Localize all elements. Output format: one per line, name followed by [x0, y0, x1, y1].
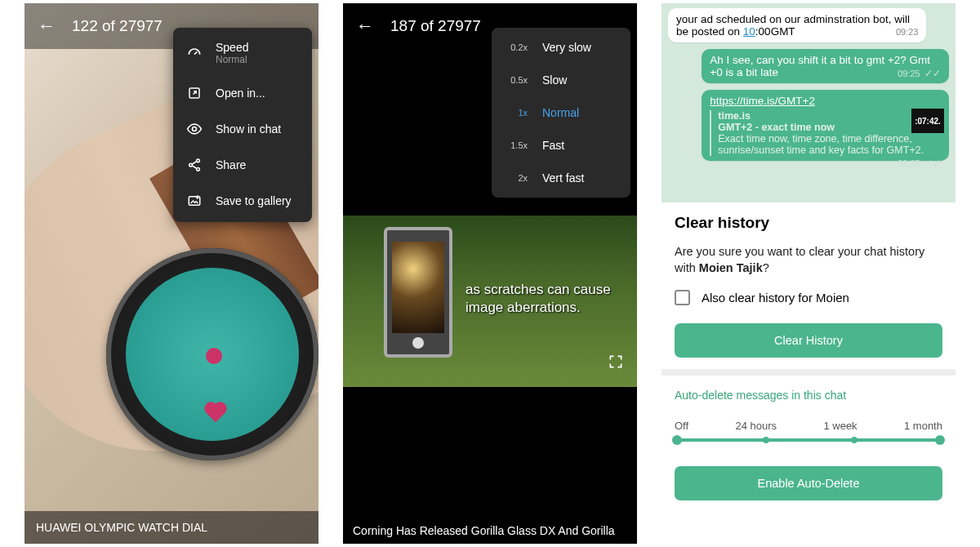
autodelete-slider[interactable]	[675, 438, 942, 442]
video-frame[interactable]: as scratches can cause image aberrations…	[343, 216, 637, 387]
image-download-icon	[186, 193, 203, 209]
media-caption: Corning Has Released Gorilla Glass DX An…	[343, 518, 637, 544]
speed-option-slow[interactable]: 0.5x Slow	[492, 64, 630, 96]
double-check-icon: ✓✓	[922, 158, 941, 169]
screenshot-3-clear-history: your ad scheduled on our adminstration b…	[662, 3, 956, 544]
speed-option-very-fast[interactable]: 2x Vert fast	[492, 162, 630, 194]
media-caption: HUAWEI OLYMPIC WATCH DIAL	[24, 511, 318, 544]
preview-thumbnail: :07:42.	[911, 109, 944, 133]
menu-open-in[interactable]: Open in...	[173, 75, 312, 111]
menu-speed-sub: Normal	[216, 54, 248, 65]
outgoing-message-2[interactable]: https://time.is/GMT+2 :07:42. time.is GM…	[702, 90, 949, 161]
speed-menu: 0.2x Very slow 0.5x Slow 1x Normal 1.5x …	[492, 28, 630, 198]
chat-area: your ad scheduled on our adminstration b…	[662, 3, 956, 202]
speed-mult: 2x	[503, 173, 528, 183]
sheet-question: Are you sure you want to clear your chat…	[675, 243, 942, 277]
slider-labels: Off 24 hours 1 week 1 month	[675, 420, 942, 432]
checkbox-label: Also clear history for Moien	[702, 291, 849, 305]
speed-label: Slow	[542, 73, 567, 87]
back-arrow-icon[interactable]: ←	[38, 16, 56, 37]
slider-end-dot	[935, 435, 945, 445]
slider-tick	[763, 437, 769, 443]
message-time: 09:25 ✓✓	[898, 158, 941, 169]
speed-option-very-slow[interactable]: 0.2x Very slow	[492, 31, 630, 64]
menu-show-in-chat[interactable]: Show in chat	[173, 111, 312, 147]
phone-home-button	[412, 337, 424, 349]
enable-autodelete-button[interactable]: Enable Auto-Delete	[675, 466, 942, 500]
speed-mult: 1.5x	[503, 140, 528, 150]
speedometer-icon	[186, 45, 203, 61]
message-time: 09:23	[896, 27, 919, 37]
slider-label-1week: 1 week	[823, 420, 857, 432]
menu-save-gallery[interactable]: Save to gallery	[173, 183, 312, 219]
media-counter: 122 of 27977	[72, 17, 163, 35]
eye-icon	[186, 121, 203, 137]
share-icon	[186, 157, 203, 173]
speed-option-normal[interactable]: 1x Normal	[492, 96, 630, 129]
autodelete-title: Auto-delete messages in this chat	[675, 389, 942, 402]
menu-speed-label: Speed	[216, 41, 248, 54]
slider-tick	[851, 437, 858, 443]
slider-label-off: Off	[675, 420, 688, 432]
screenshot-1-media-viewer: ← 122 of 27977 Speed Normal Open in... S…	[24, 3, 318, 544]
dial-center	[206, 348, 222, 364]
video-caption-overlay: as scratches can cause image aberrations…	[466, 281, 611, 317]
sheet-title: Clear history	[675, 214, 942, 232]
link-preview[interactable]: :07:42. time.is GMT+2 - exact time now E…	[710, 110, 941, 156]
watch-body	[106, 248, 318, 460]
double-check-icon: ✓✓	[922, 68, 941, 79]
menu-share-label: Share	[216, 158, 246, 171]
slider-thumb[interactable]	[672, 435, 682, 445]
section-divider	[662, 369, 956, 376]
menu-share[interactable]: Share	[173, 147, 312, 183]
fullscreen-icon[interactable]	[608, 354, 624, 374]
checkbox-icon[interactable]	[675, 290, 690, 305]
menu-save-gallery-label: Save to gallery	[216, 194, 292, 207]
clear-history-sheet: Clear history Are you sure you want to c…	[662, 199, 956, 369]
speed-option-fast[interactable]: 1.5x Fast	[492, 129, 630, 162]
watch-dial	[126, 268, 299, 441]
menu-open-in-label: Open in...	[216, 87, 265, 100]
preview-site: time.is	[718, 110, 941, 122]
heart-icon	[206, 404, 225, 423]
also-clear-checkbox-row[interactable]: Also clear history for Moien	[675, 290, 942, 305]
outgoing-message-1[interactable]: Ah I see, can you shift it a bit to gmt …	[702, 49, 949, 83]
open-external-icon	[186, 85, 203, 101]
slider-label-24h: 24 hours	[735, 420, 777, 432]
svg-point-1	[193, 127, 197, 131]
time-link[interactable]: 10	[743, 25, 755, 38]
phone-mockup-screen	[392, 242, 444, 333]
screenshot-2-video-speed: ← 187 of 27977 0.2x Very slow 0.5x Slow …	[343, 3, 637, 544]
speed-mult: 0.5x	[503, 75, 528, 85]
speed-mult: 1x	[503, 108, 528, 118]
preview-title: GMT+2 - exact time now	[718, 122, 941, 133]
menu-speed[interactable]: Speed Normal	[173, 31, 312, 75]
back-arrow-icon[interactable]: ←	[356, 16, 374, 37]
incoming-message[interactable]: your ad scheduled on our adminstration b…	[668, 8, 926, 42]
speed-label: Fast	[542, 139, 564, 152]
media-counter: 187 of 27977	[390, 17, 481, 35]
message-time: 09:25 ✓✓	[898, 68, 941, 79]
speed-label: Vert fast	[542, 171, 584, 185]
speed-label: Very slow	[542, 41, 591, 54]
speed-mult: 0.2x	[503, 42, 528, 52]
slider-label-1month: 1 month	[904, 420, 942, 432]
clear-history-button[interactable]: Clear History	[675, 323, 942, 358]
preview-desc: Exact time now, time zone, time differen…	[718, 133, 941, 156]
menu-show-in-chat-label: Show in chat	[216, 122, 281, 136]
autodelete-section: Auto-delete messages in this chat Off 24…	[662, 376, 956, 514]
phone-mockup	[384, 227, 452, 358]
context-menu: Speed Normal Open in... Show in chat Sha…	[173, 28, 312, 222]
speed-label: Normal	[542, 106, 579, 119]
url-link[interactable]: https://time.is/GMT+2	[710, 95, 815, 107]
